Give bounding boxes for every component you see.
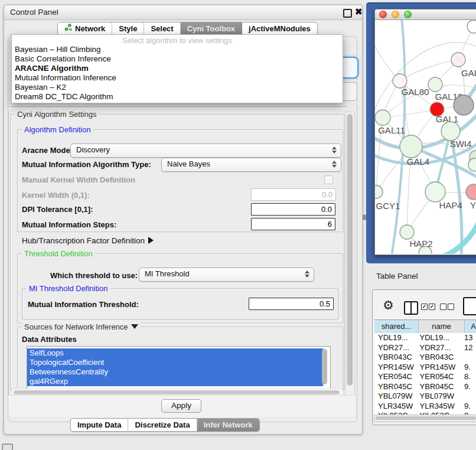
table-panel-window: ⚙ ✓ ✓ shared...nameA YDL19...YDL19...13Y… — [372, 289, 476, 425]
zoom-green-icon[interactable] — [404, 11, 412, 18]
network-node-y[interactable] — [466, 184, 476, 200]
tab-impute-data[interactable]: Impute Data — [71, 419, 128, 431]
mi-steps-label: Mutual Information Steps: — [22, 220, 116, 229]
network-edge[interactable] — [444, 220, 476, 254]
algorithm-option-aracne-algorithm[interactable]: ARACNE Algorithm — [12, 64, 343, 73]
float-icon[interactable] — [343, 9, 352, 18]
network-canvas[interactable]: GALGAL80GAL10GAL1GAL11SWI4GAL4GCY1HAP4YH… — [375, 20, 476, 254]
data-attributes-list: SelfLoopsTopologicalCoefficientBetweenne… — [27, 346, 331, 390]
algorithm-option-mutual-information-inference[interactable]: Mutual Information Inference — [12, 73, 343, 83]
tab-jactivemnodules[interactable]: jActiveMNodules — [242, 22, 317, 35]
column-header-name[interactable]: name — [419, 320, 465, 333]
hub-expander[interactable]: Hub/Transcription Factor Definition — [22, 236, 154, 245]
network-node[interactable] — [454, 95, 474, 115]
algorithm-option-basic-correlation-inference[interactable]: Basic Correlation Inference — [12, 54, 343, 64]
tab-label: Cyni Toolbox — [187, 22, 235, 35]
node-label: Y — [470, 200, 476, 210]
split-pane-handle[interactable] — [363, 214, 366, 220]
table-cell: 8. — [462, 372, 476, 382]
table-row[interactable]: YDL19...YDL19...13 — [374, 333, 476, 343]
list-scrollbar-thumb[interactable] — [322, 349, 327, 384]
select-all-icon[interactable]: ✓ — [429, 304, 435, 310]
node-label: HAP4 — [439, 200, 462, 210]
attribute-item-topologicalcoefficient[interactable]: TopologicalCoefficient — [27, 358, 323, 367]
table-cell: 9. — [462, 402, 476, 412]
application-root: Control Panel ✖ NetworkStyleSelectCyni T… — [0, 0, 476, 450]
table-horizontal-scrollbar[interactable] — [374, 415, 476, 422]
tab-discretize-data[interactable]: Discretize Data — [128, 419, 197, 431]
table-row[interactable]: YDR27...YDR27...12 — [374, 343, 476, 353]
table-cell: YER054C — [418, 372, 462, 382]
deselect-all-icon[interactable] — [440, 304, 446, 310]
attribute-item-betweennesscentrality[interactable]: BetweennessCentrality — [27, 367, 323, 377]
deselect-all-icon[interactable] — [448, 304, 454, 310]
column-view-icon[interactable] — [404, 301, 418, 315]
mi-steps-field[interactable]: 6 — [251, 218, 335, 230]
tab-style[interactable]: Style — [112, 22, 144, 35]
close-icon[interactable]: ✖ — [355, 6, 363, 17]
table-horizontal-scrollbar-thumb[interactable] — [376, 416, 476, 420]
settings-vertical-scrollbar-thumb[interactable] — [347, 114, 353, 386]
table-cell: YBR043C — [418, 353, 462, 363]
dpi-tolerance-field[interactable]: 0.0 — [251, 203, 335, 216]
node-label: GAL11 — [378, 125, 405, 135]
column-header-shared[interactable]: shared... — [374, 320, 419, 333]
settings-vertical-scrollbar[interactable] — [345, 112, 355, 396]
table-cell: YBL079W — [374, 392, 418, 402]
algorithm-option-bayesian-hill-climbing[interactable]: Bayesian – Hill Climbing — [12, 45, 343, 54]
network-node-hap2[interactable] — [400, 225, 414, 239]
network-node-hap4[interactable] — [425, 182, 445, 202]
network-window-titlebar[interactable] — [375, 9, 476, 20]
dpi-tolerance-label: DPI Tolerance [0,1]: — [22, 205, 93, 214]
sources-expander[interactable]: Sources for Network Inference — [22, 322, 141, 331]
gear-icon[interactable]: ⚙ — [383, 299, 394, 311]
table-row[interactable]: YPR145WYPR145W9. — [374, 363, 476, 373]
tab-cyni-toolbox[interactable]: Cyni Toolbox — [181, 22, 242, 35]
minimize-yellow-icon[interactable] — [392, 11, 399, 18]
table-row[interactable]: YBR043CYBR043C — [374, 353, 476, 363]
network-node-gal[interactable] — [451, 53, 465, 67]
select-all-icon[interactable]: ✓ — [421, 304, 428, 310]
table-row[interactable]: YBL079WYBL079W — [374, 392, 476, 402]
manual-kernel-checkbox[interactable] — [324, 175, 333, 184]
algorithm-option-bayesian-k2[interactable]: Bayesian – K2 — [12, 83, 343, 92]
network-node-swi4[interactable] — [441, 122, 460, 141]
table-row[interactable]: YER054CYER054C8. — [374, 372, 476, 382]
column-header-a[interactable]: A — [465, 320, 476, 333]
algorithm-option-dream8-dc-tdc-algorithm[interactable]: Dream8 DC_TDC Algorithm — [12, 92, 343, 102]
expander-collapsed-icon — [148, 237, 154, 244]
network-node-gal4[interactable] — [400, 135, 422, 158]
aracne-mode-combobox[interactable]: Discovery — [70, 144, 341, 158]
network-node-gal80[interactable] — [393, 74, 407, 88]
mi-threshold-field[interactable]: 0.5 — [249, 298, 334, 310]
hub-expander-label: Hub/Transcription Factor Definition — [22, 236, 145, 245]
table-row[interactable]: YLR345WYLR345W9. — [374, 402, 476, 412]
mi-type-combobox[interactable]: Naive Bayes — [161, 158, 341, 172]
network-window: GALGAL80GAL10GAL1GAL11SWI4GAL4GCY1HAP4YH… — [374, 9, 476, 255]
close-red-icon[interactable] — [379, 11, 387, 18]
network-node-gcy1[interactable] — [375, 185, 383, 198]
network-node[interactable] — [467, 20, 476, 33]
which-threshold-combobox[interactable]: MI Threshold — [139, 268, 314, 282]
minimized-panel-icon[interactable] — [2, 444, 13, 450]
network-node-gal10[interactable] — [428, 77, 442, 92]
new-column-icon[interactable] — [463, 297, 476, 315]
mi-type-value: Naive Bayes — [167, 159, 210, 168]
tab-network[interactable]: Network — [58, 22, 112, 35]
network-icon — [64, 22, 72, 35]
network-node[interactable] — [468, 158, 476, 171]
table-row[interactable]: YBR045CYBR045C9. — [374, 382, 476, 392]
attribute-item-gal4rgexp[interactable]: gal4RGexp — [27, 377, 323, 386]
settings-horizontal-scrollbar-thumb[interactable] — [14, 390, 340, 394]
network-node-gal11[interactable] — [375, 110, 390, 125]
cyni-settings-title: Cyni Algorithm Settings — [15, 110, 99, 119]
kernel-width-field[interactable]: 0.0 — [251, 188, 336, 201]
control-panel-title: Control Panel — [10, 8, 58, 17]
table-cell: 13 — [462, 333, 476, 343]
network-edge[interactable] — [392, 20, 405, 254]
attribute-item-selfloops[interactable]: SelfLoops — [27, 348, 323, 358]
apply-button[interactable]: Apply — [161, 399, 201, 413]
table-cell — [462, 392, 476, 402]
tab-select[interactable]: Select — [144, 22, 180, 35]
tab-infer-network[interactable]: Infer Network — [197, 419, 259, 431]
